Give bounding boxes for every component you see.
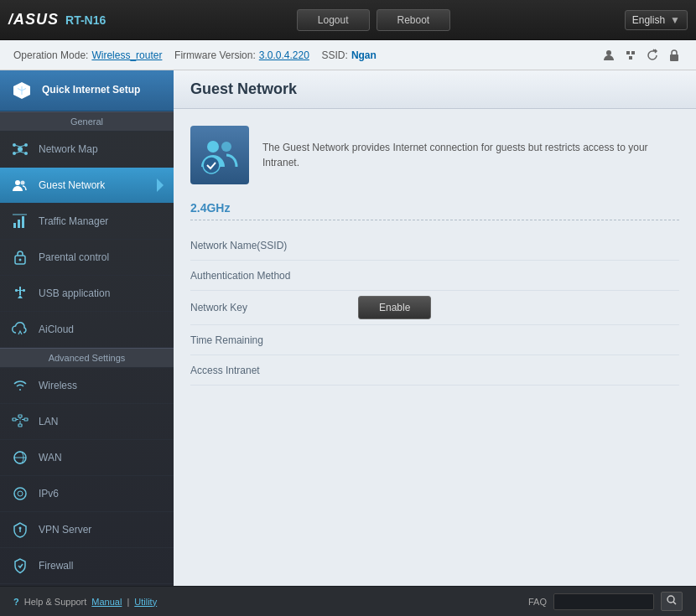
svg-point-47 — [667, 596, 674, 603]
chevron-down-icon: ▼ — [670, 14, 680, 26]
separator: | — [127, 597, 129, 607]
usb-application-icon — [10, 283, 30, 303]
svg-point-21 — [19, 259, 22, 261]
svg-rect-29 — [18, 424, 22, 427]
user-icon[interactable] — [600, 47, 617, 64]
form-row-time-remaining: Time Remaining — [190, 325, 679, 355]
auth-method-label: Authentication Method — [190, 270, 358, 282]
refresh-icon[interactable] — [644, 47, 661, 64]
network-name-label: Network Name(SSID) — [190, 240, 358, 251]
manual-link[interactable]: Manual — [91, 597, 122, 607]
faq-section: FAQ — [528, 592, 683, 611]
svg-point-35 — [14, 488, 26, 500]
guest-network-icon — [10, 175, 30, 195]
sidebar-item-firewall[interactable]: Firewall — [0, 548, 174, 584]
sidebar-item-wan[interactable]: WAN — [0, 440, 174, 476]
quick-setup-item[interactable]: Quick Internet Setup — [0, 70, 174, 111]
sidebar: Quick Internet Setup General Network Map… — [0, 70, 174, 586]
status-bar: Operation Mode: Wireless_router Firmware… — [0, 40, 696, 70]
main-layout: Quick Internet Setup General Network Map… — [0, 70, 696, 586]
content-body: The Guest Network provides Internet conn… — [174, 109, 696, 402]
form-table: Network Name(SSID) Authentication Method… — [190, 230, 679, 386]
help-section: ? Help & Support Manual | Utility — [13, 597, 157, 607]
sidebar-item-parental-control[interactable]: Parental control — [0, 240, 174, 276]
sidebar-item-vpn-server[interactable]: VPN Server — [0, 512, 174, 548]
sidebar-item-administration[interactable]: Administration — [0, 584, 174, 586]
form-row-auth-method: Authentication Method — [190, 261, 679, 291]
sidebar-item-ipv6[interactable]: IPv6 — [0, 476, 174, 512]
content-header: Guest Network — [174, 70, 696, 109]
svg-point-0 — [606, 50, 611, 55]
network-key-value: Enable — [358, 296, 679, 319]
aicloud-icon — [10, 319, 30, 339]
svg-point-45 — [221, 142, 231, 152]
sidebar-label-wireless: Wireless — [39, 380, 77, 391]
sidebar-label-guest-network: Guest Network — [39, 179, 105, 191]
sidebar-label-parental-control: Parental control — [39, 251, 109, 263]
sidebar-label-usb-application: USB application — [39, 287, 110, 299]
network-map-icon — [10, 139, 30, 159]
faq-search-button[interactable] — [661, 592, 683, 611]
general-section-label: General — [0, 111, 174, 132]
svg-point-14 — [15, 180, 20, 185]
sidebar-label-lan: LAN — [39, 416, 58, 427]
wireless-icon — [10, 375, 30, 396]
parental-control-icon — [10, 247, 30, 267]
language-label: English — [632, 14, 665, 26]
form-row-network-key: Network Key Enable — [190, 291, 679, 325]
guest-icon-container — [190, 126, 249, 184]
svg-point-46 — [203, 157, 220, 173]
svg-rect-28 — [24, 418, 28, 421]
logo-asus: /ASUS — [8, 11, 59, 28]
vpn-server-icon — [10, 520, 30, 540]
sidebar-item-network-map[interactable]: Network Map — [0, 132, 174, 168]
reboot-button[interactable]: Reboot — [377, 9, 451, 31]
sidebar-label-traffic-manager: Traffic Manager — [39, 215, 108, 227]
network-icon[interactable] — [622, 47, 639, 64]
section-divider — [190, 220, 679, 220]
svg-point-44 — [207, 141, 219, 153]
logout-button[interactable]: Logout — [297, 9, 370, 31]
sidebar-label-network-map: Network Map — [39, 143, 98, 155]
operation-mode-label: Operation Mode: — [13, 49, 88, 61]
svg-point-36 — [18, 491, 23, 496]
top-buttons: Logout Reboot — [122, 9, 625, 31]
svg-rect-2 — [631, 51, 635, 54]
sidebar-item-guest-network[interactable]: Guest Network — [0, 168, 174, 204]
sidebar-item-traffic-manager[interactable]: Traffic Manager — [0, 204, 174, 240]
utility-link[interactable]: Utility — [134, 597, 157, 607]
guest-description: The Guest Network provides Internet conn… — [190, 126, 679, 184]
lan-icon — [10, 412, 30, 432]
sidebar-item-usb-application[interactable]: USB application — [0, 276, 174, 312]
lock-icon[interactable] — [666, 47, 683, 64]
freq-label: 2.4GHz — [190, 201, 679, 215]
status-icons — [600, 47, 683, 64]
sidebar-item-aicloud[interactable]: AiCloud — [0, 312, 174, 348]
sidebar-item-wireless[interactable]: Wireless — [0, 368, 174, 404]
operation-mode-value[interactable]: Wireless_router — [91, 49, 162, 61]
form-row-network-name: Network Name(SSID) — [190, 230, 679, 261]
bottom-bar: ? Help & Support Manual | Utility FAQ — [0, 586, 696, 616]
language-selector[interactable]: English ▼ — [625, 10, 688, 30]
faq-label: FAQ — [528, 597, 547, 607]
sidebar-label-aicloud: AiCloud — [39, 324, 74, 335]
enable-button[interactable]: Enable — [358, 296, 431, 319]
ipv6-icon — [10, 484, 30, 504]
wan-icon — [10, 448, 30, 468]
svg-rect-1 — [626, 51, 630, 54]
firmware-label: Firmware Version: — [174, 49, 256, 61]
form-row-access-intranet: Access Intranet — [190, 355, 679, 386]
svg-point-38 — [19, 527, 22, 530]
help-support-label: Help & Support — [24, 597, 87, 607]
firmware-value[interactable]: 3.0.0.4.220 — [259, 49, 309, 61]
quick-setup-icon — [10, 79, 34, 102]
network-key-label: Network Key — [190, 302, 358, 313]
sidebar-label-ipv6: IPv6 — [39, 488, 59, 500]
page-title: Guest Network — [190, 80, 679, 98]
sidebar-item-lan[interactable]: LAN — [0, 404, 174, 440]
logo-model: RT-N16 — [65, 13, 106, 27]
top-bar: /ASUS RT-N16 Logout Reboot English ▼ — [0, 0, 696, 40]
faq-input[interactable] — [553, 593, 654, 610]
traffic-manager-icon — [10, 211, 30, 231]
logo: /ASUS RT-N16 — [8, 11, 106, 28]
